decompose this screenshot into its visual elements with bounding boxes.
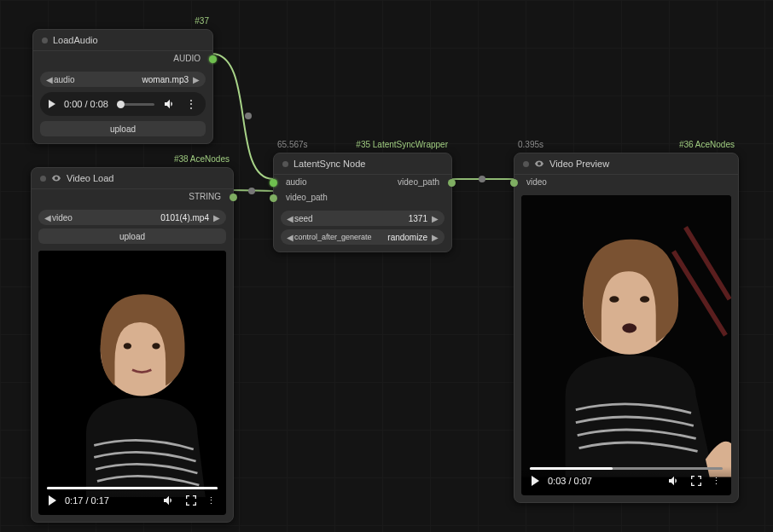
collapse-dot-icon[interactable] bbox=[40, 176, 46, 182]
volume-icon[interactable] bbox=[163, 97, 177, 111]
eye-icon[interactable] bbox=[51, 173, 61, 183]
video-preview-source[interactable]: 0:17 / 0:17 ⋮ bbox=[38, 251, 226, 515]
video-time: 0:03 / 0:07 bbox=[548, 476, 592, 486]
output-port-audio[interactable] bbox=[209, 55, 217, 63]
video-thumbnail-image bbox=[521, 195, 731, 477]
video-scrubber[interactable] bbox=[530, 467, 723, 470]
chevron-right-icon[interactable]: ▶ bbox=[212, 213, 221, 223]
node-id-tag: #38 AceNodes bbox=[174, 154, 230, 164]
svg-point-12 bbox=[640, 296, 649, 303]
node-latent-sync[interactable]: #35 LatentSyncWrapper 65.567s LatentSync… bbox=[273, 153, 452, 252]
video-controls[interactable]: 0:03 / 0:07 ⋮ bbox=[521, 466, 731, 495]
kebab-menu-icon[interactable]: ⋮ bbox=[185, 97, 197, 111]
video-file-widget[interactable]: ◀ video 0101(4).mp4 ▶ bbox=[38, 210, 226, 225]
eye-icon[interactable] bbox=[534, 159, 544, 169]
play-icon[interactable] bbox=[532, 476, 539, 486]
output-port-string[interactable] bbox=[230, 194, 237, 201]
chevron-left-icon[interactable]: ◀ bbox=[286, 214, 294, 223]
node-id-tag: #37 bbox=[195, 16, 209, 26]
collapse-dot-icon[interactable] bbox=[282, 161, 288, 167]
chevron-left-icon[interactable]: ◀ bbox=[44, 213, 52, 223]
node-title: LoadAudio bbox=[53, 35, 98, 45]
node-id-tag: #35 LatentSyncWrapper bbox=[356, 140, 448, 149]
chevron-left-icon[interactable]: ◀ bbox=[45, 75, 54, 84]
node-title-bar[interactable]: Video Load bbox=[32, 168, 233, 189]
node-video-load[interactable]: #38 AceNodes Video Load STRING ◀ video 0… bbox=[31, 167, 234, 523]
input-port-audio[interactable] bbox=[270, 179, 277, 187]
fullscreen-icon[interactable] bbox=[184, 494, 198, 507]
input-label: video_path bbox=[286, 193, 328, 202]
collapse-dot-icon[interactable] bbox=[42, 38, 48, 43]
output-port-video-path[interactable] bbox=[448, 179, 456, 187]
node-title-bar[interactable]: LoadAudio bbox=[33, 30, 212, 51]
node-load-audio[interactable]: #37 LoadAudio AUDIO ◀ audio woman.mp3 ▶ … bbox=[32, 29, 213, 144]
node-video-preview[interactable]: #36 AceNodes 0.395s Video Preview video bbox=[514, 153, 739, 503]
play-icon[interactable] bbox=[49, 100, 55, 108]
output-label: STRING bbox=[189, 192, 221, 201]
seed-widget[interactable]: ◀ seed 1371 ▶ bbox=[281, 211, 445, 226]
node-id-tag: #36 AceNodes bbox=[679, 140, 735, 149]
upload-button[interactable]: upload bbox=[38, 228, 226, 244]
play-icon[interactable] bbox=[49, 495, 56, 506]
svg-point-11 bbox=[609, 296, 619, 303]
input-label: video bbox=[526, 177, 547, 187]
upload-button[interactable]: upload bbox=[40, 121, 206, 136]
volume-icon[interactable] bbox=[667, 474, 681, 488]
svg-point-5 bbox=[124, 343, 131, 349]
node-title: LatentSync Node bbox=[294, 159, 365, 169]
video-scrubber[interactable] bbox=[47, 487, 218, 489]
svg-point-6 bbox=[152, 343, 160, 349]
output-label: video_path bbox=[398, 177, 439, 187]
audio-time: 0:00 / 0:08 bbox=[64, 99, 108, 109]
audio-scrubber[interactable] bbox=[117, 103, 154, 106]
chevron-right-icon[interactable]: ▶ bbox=[431, 233, 439, 242]
video-time: 0:17 / 0:17 bbox=[65, 495, 109, 506]
video-preview-output[interactable]: 0:03 / 0:07 ⋮ bbox=[521, 195, 731, 495]
audio-file-widget[interactable]: ◀ audio woman.mp3 ▶ bbox=[40, 72, 206, 87]
input-label: audio bbox=[286, 177, 306, 187]
fullscreen-icon[interactable] bbox=[689, 474, 703, 488]
control-after-generate-widget[interactable]: ◀ control_after_generate randomize ▶ bbox=[281, 229, 445, 245]
node-title: Video Load bbox=[67, 173, 113, 183]
video-thumbnail-image bbox=[38, 251, 226, 497]
svg-point-13 bbox=[622, 323, 636, 332]
volume-icon[interactable] bbox=[162, 494, 176, 507]
kebab-menu-icon[interactable]: ⋮ bbox=[712, 476, 721, 487]
node-title: Video Preview bbox=[549, 159, 609, 169]
chevron-right-icon[interactable]: ▶ bbox=[431, 214, 439, 223]
node-exec-time: 0.395s bbox=[518, 140, 543, 149]
audio-player[interactable]: 0:00 / 0:08 ⋮ bbox=[40, 92, 206, 116]
chevron-left-icon[interactable]: ◀ bbox=[286, 233, 294, 242]
node-title-bar[interactable]: Video Preview bbox=[514, 153, 738, 175]
chevron-right-icon[interactable]: ▶ bbox=[192, 75, 201, 84]
video-controls[interactable]: 0:17 / 0:17 ⋮ bbox=[38, 486, 226, 515]
input-port-video-path[interactable] bbox=[270, 194, 277, 202]
node-exec-time: 65.567s bbox=[277, 140, 308, 149]
collapse-dot-icon[interactable] bbox=[523, 161, 529, 167]
kebab-menu-icon[interactable]: ⋮ bbox=[206, 495, 216, 506]
node-title-bar[interactable]: LatentSync Node bbox=[274, 153, 451, 175]
output-label: AUDIO bbox=[173, 54, 201, 63]
input-port-video[interactable] bbox=[510, 179, 518, 187]
